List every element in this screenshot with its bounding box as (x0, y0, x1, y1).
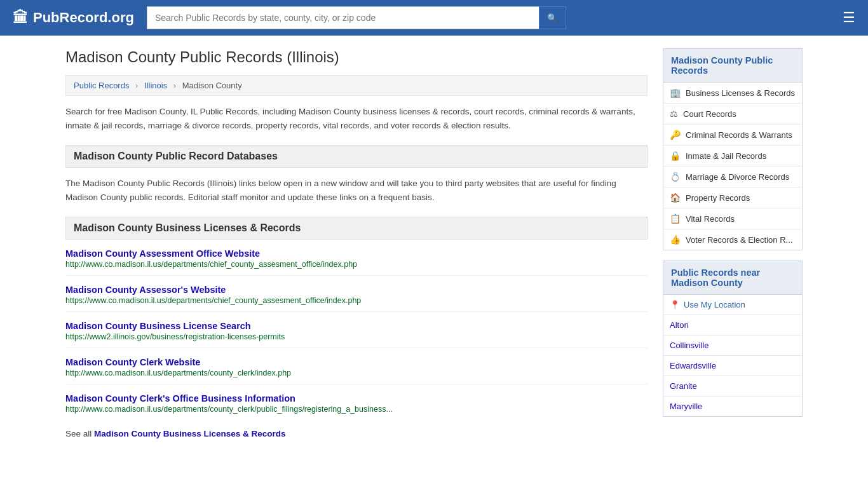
sidebar-link-court[interactable]: Court Records (683, 109, 736, 119)
search-input[interactable] (147, 6, 539, 29)
record-link-3: Madison County Business License Search h… (65, 321, 648, 348)
record-link-1: Madison County Assessment Office Website… (65, 248, 648, 276)
databases-description: The Madison County Public Records (Illin… (65, 177, 648, 204)
breadcrumb-illinois[interactable]: Illinois (144, 81, 167, 90)
sidebar-public-records-title: Madison County Public Records (663, 48, 803, 83)
sidebar-item-voter[interactable]: 👍 Voter Records & Election R... (663, 229, 802, 250)
sidebar-item-court[interactable]: ⚖ Court Records (663, 104, 802, 125)
record-link-title-2: Madison County Assessor's Website (65, 285, 648, 295)
sidebar-nearby-title: Public Records near Madison County (663, 261, 803, 295)
databases-section-header: Madison County Public Record Databases (65, 145, 648, 168)
breadcrumb-public-records[interactable]: Public Records (74, 81, 129, 90)
sidebar-link-business[interactable]: Business Licenses & Records (686, 88, 795, 98)
sidebar-item-marriage[interactable]: 💍 Marriage & Divorce Records (663, 166, 802, 187)
see-all-prefix: See all (65, 429, 92, 438)
sidebar-link-inmate[interactable]: Inmate & Jail Records (686, 151, 766, 161)
record-link-url-1: http://www.co.madison.il.us/departments/… (65, 260, 648, 269)
search-icon: 🔍 (547, 13, 558, 23)
rings-icon: 💍 (670, 172, 681, 182)
breadcrumb-madison-county: Madison County (182, 81, 242, 90)
logo-area[interactable]: 🏛 PubRecord.org (13, 9, 134, 27)
header: 🏛 PubRecord.org 🔍 ☰ (0, 0, 868, 36)
search-bar: 🔍 (147, 6, 566, 29)
nearby-link-collinsville[interactable]: Collinsville (670, 341, 709, 350)
sidebar-link-marriage[interactable]: Marriage & Divorce Records (686, 172, 789, 182)
nearby-link-edwardsville[interactable]: Edwardsville (670, 361, 716, 370)
sidebar-use-location[interactable]: 📍 Use My Location (663, 295, 802, 315)
record-link-title-5: Madison County Clerk's Office Business I… (65, 393, 648, 403)
breadcrumb-sep-2: › (173, 81, 176, 90)
search-button[interactable]: 🔍 (539, 6, 566, 29)
sidebar-nearby-list: 📍 Use My Location Alton Collinsville Edw… (663, 295, 803, 417)
record-link-4: Madison County Clerk Website http://www.… (65, 357, 648, 384)
page-title: Madison County Public Records (Illinois) (65, 48, 648, 66)
breadcrumb-sep-1: › (135, 81, 138, 90)
logo-text: PubRecord.org (33, 10, 134, 26)
sidebar-item-property[interactable]: 🏠 Property Records (663, 187, 802, 208)
location-icon: 📍 (670, 300, 680, 309)
sidebar-item-inmate[interactable]: 🔒 Inmate & Jail Records (663, 146, 802, 166)
nearby-link-maryville[interactable]: Maryville (670, 402, 702, 411)
sidebar: Madison County Public Records 🏢 Business… (663, 48, 803, 438)
sidebar-nearby-section: Public Records near Madison County 📍 Use… (663, 261, 803, 417)
record-link-anchor-5[interactable]: Madison County Clerk's Office Business I… (65, 393, 295, 403)
nearby-maryville[interactable]: Maryville (663, 396, 802, 416)
lock-icon: 🔒 (670, 151, 681, 161)
nearby-link-alton[interactable]: Alton (670, 320, 689, 330)
building-icon: 🏢 (670, 88, 681, 98)
sidebar-public-records-section: Madison County Public Records 🏢 Business… (663, 48, 803, 250)
record-link-5: Madison County Clerk's Office Business I… (65, 393, 648, 420)
sidebar-link-property[interactable]: Property Records (686, 193, 750, 203)
nearby-collinsville[interactable]: Collinsville (663, 336, 802, 356)
sidebar-item-business[interactable]: 🏢 Business Licenses & Records (663, 83, 802, 104)
home-icon: 🏠 (670, 193, 681, 203)
nearby-granite[interactable]: Granite (663, 376, 802, 396)
sidebar-link-vital[interactable]: Vital Records (686, 214, 735, 224)
nearby-link-granite[interactable]: Granite (670, 381, 697, 391)
record-link-title-3: Madison County Business License Search (65, 321, 648, 331)
hamburger-button[interactable]: ☰ (843, 10, 855, 26)
record-link-anchor-4[interactable]: Madison County Clerk Website (65, 357, 200, 367)
intro-text: Search for free Madison County, IL Publi… (65, 105, 648, 132)
record-link-anchor-1[interactable]: Madison County Assessment Office Website (65, 248, 260, 259)
breadcrumb: Public Records › Illinois › Madison Coun… (65, 75, 648, 96)
record-link-2: Madison County Assessor's Website https:… (65, 285, 648, 312)
thumbsup-icon: 👍 (670, 234, 681, 245)
business-section-header: Madison County Business Licenses & Recor… (65, 217, 648, 240)
content-area: Madison County Public Records (Illinois)… (65, 48, 648, 438)
use-location-label: Use My Location (684, 300, 745, 309)
clipboard-icon: 📋 (670, 214, 681, 224)
key-icon: 🔑 (670, 130, 681, 140)
record-link-url-4: http://www.co.madison.il.us/departments/… (65, 369, 648, 377)
sidebar-item-criminal[interactable]: 🔑 Criminal Records & Warrants (663, 125, 802, 146)
record-links: Madison County Assessment Office Website… (65, 248, 648, 420)
see-all-link[interactable]: Madison County Business Licenses & Recor… (94, 429, 286, 438)
record-link-title-4: Madison County Clerk Website (65, 357, 648, 367)
scales-icon: ⚖ (670, 109, 678, 119)
record-link-anchor-3[interactable]: Madison County Business License Search (65, 321, 251, 331)
see-all-line: See all Madison County Business Licenses… (65, 429, 648, 438)
record-link-url-3: https://www2.illinois.gov/business/regis… (65, 332, 648, 341)
logo-icon: 🏛 (13, 9, 28, 27)
record-link-url-5: http://www.co.madison.il.us/departments/… (65, 405, 648, 414)
nearby-alton[interactable]: Alton (663, 315, 802, 336)
sidebar-public-records-list: 🏢 Business Licenses & Records ⚖ Court Re… (663, 83, 803, 250)
sidebar-link-criminal[interactable]: Criminal Records & Warrants (686, 130, 792, 140)
main-container: Madison County Public Records (Illinois)… (53, 36, 815, 451)
record-link-anchor-2[interactable]: Madison County Assessor's Website (65, 285, 226, 295)
sidebar-item-vital[interactable]: 📋 Vital Records (663, 208, 802, 229)
sidebar-link-voter[interactable]: Voter Records & Election R... (686, 235, 792, 245)
record-link-title-1: Madison County Assessment Office Website (65, 248, 648, 259)
record-link-url-2: https://www.co.madison.il.us/departments… (65, 296, 648, 305)
nearby-edwardsville[interactable]: Edwardsville (663, 356, 802, 376)
